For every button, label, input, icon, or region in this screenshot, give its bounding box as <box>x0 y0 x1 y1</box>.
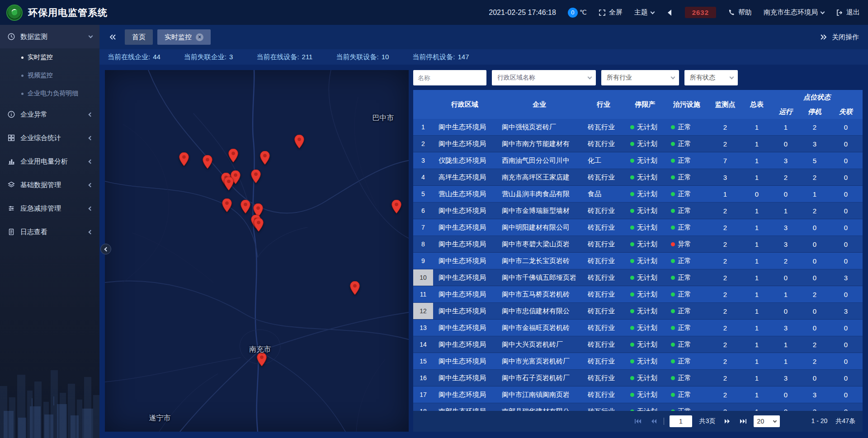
prev-page-button[interactable] <box>648 417 658 425</box>
table-row[interactable]: 17阆中生态环境局阆中市江南镇阆南页岩砖瓦行业无计划正常21030 <box>413 386 863 403</box>
table-row[interactable]: 7阆中生态环境局阆中明阳建材有限公司砖瓦行业无计划正常21300 <box>413 219 863 236</box>
table-row[interactable]: 3仪陇生态环境局西南油气田分公司川中化工无计划正常71350 <box>413 152 863 169</box>
name-filter-input[interactable] <box>413 70 486 85</box>
table-row[interactable]: 2阆中生态环境局阆中市南方节能建材有砖瓦行业无计划正常21030 <box>413 136 863 152</box>
cell-industry: 砖瓦行业 <box>582 203 625 219</box>
page-size-select[interactable]: 20 <box>754 415 780 427</box>
theme-dropdown[interactable]: 主题 <box>634 8 654 17</box>
sidebar-group-6[interactable]: 应急减排管理 <box>0 197 99 220</box>
row-number: 6 <box>413 203 433 219</box>
map-pin-icon[interactable] <box>251 170 261 184</box>
last-page-button[interactable] <box>738 417 748 425</box>
row-number: 4 <box>413 169 433 185</box>
sidebar-item[interactable]: 实时监控 <box>0 48 99 66</box>
map-pin-icon[interactable] <box>228 149 238 163</box>
filter-bar: 行政区域名称 所有行业 所有状态 <box>413 70 863 85</box>
table-row[interactable]: 4高坪生态环境局南充市高坪区王家店建砖瓦行业无计划正常31220 <box>413 169 863 186</box>
cell-meters: 1 <box>742 336 771 353</box>
cell-meters: 1 <box>742 286 771 302</box>
tab-实时监控[interactable]: 实时监控× <box>157 29 211 45</box>
cell-lost: 0 <box>829 370 863 386</box>
table-row[interactable]: 8阆中生态环境局阆中市枣碧大梁山页岩砖瓦行业无计划异常21300 <box>413 236 863 253</box>
chevron-down-icon <box>773 419 776 422</box>
tab-首页[interactable]: 首页 <box>125 29 153 45</box>
sidebar-group-2[interactable]: 企业异常 <box>0 103 99 126</box>
page-number-input[interactable] <box>670 415 692 427</box>
cell-stop: 0 <box>800 253 829 269</box>
next-page-button[interactable] <box>723 417 733 425</box>
map-pin-icon[interactable] <box>224 177 234 191</box>
map-pin-icon[interactable] <box>350 281 360 295</box>
cell-region: 阆中生态环境局 <box>433 286 496 302</box>
cell-run: 0 <box>771 386 800 403</box>
row-number: 16 <box>413 370 433 386</box>
map-panel[interactable]: 巴中市南充市遂宁市 <box>105 70 409 432</box>
cell-limit: 无计划 <box>625 236 665 252</box>
table-row[interactable]: 16阆中生态环境局阆中市石子页岩机砖厂砖瓦行业无计划正常21300 <box>413 370 863 386</box>
cell-industry: 砖瓦行业 <box>582 320 625 336</box>
sidebar-group-3[interactable]: 企业综合统计 <box>0 126 99 150</box>
cell-stop: 3 <box>800 403 829 411</box>
sidebar-group-4[interactable]: 企业用电量分析 <box>0 150 99 173</box>
table-row[interactable]: 6阆中生态环境局阆中市金博瑞新型墙材砖瓦行业无计划正常21120 <box>413 203 863 219</box>
fullscreen-button[interactable]: 全屏 <box>599 8 623 17</box>
cell-company: 阆中市二龙长宝页岩砖 <box>496 253 582 269</box>
announcement-count-badge[interactable]: 2632 <box>685 7 716 18</box>
map-pin-icon[interactable] <box>254 218 264 232</box>
map-pin-icon[interactable] <box>260 151 270 165</box>
table-row[interactable]: 10阆中生态环境局阆中市千佛镇五郎垭页岩砖瓦行业无计划正常21003 <box>413 269 863 286</box>
map-pin-icon[interactable] <box>257 353 267 367</box>
sidebar-group-5[interactable]: 基础数据管理 <box>0 173 99 197</box>
map-pin-icon[interactable] <box>222 198 232 212</box>
logout-button[interactable]: 退出 <box>836 8 860 17</box>
sidebar-item[interactable]: 视频监控 <box>0 66 99 85</box>
map-pin-icon[interactable] <box>392 200 401 214</box>
close-operations-button[interactable]: 关闭操作 <box>820 33 859 42</box>
cell-limit: 无计划 <box>625 219 665 235</box>
table-row[interactable]: 15阆中生态环境局阆中市光富页岩机砖厂砖瓦行业无计划正常21120 <box>413 353 863 370</box>
cell-points: 2 <box>708 370 742 386</box>
cell-run: 2 <box>771 253 800 269</box>
map-canvas[interactable]: 巴中市南充市遂宁市 <box>105 70 409 432</box>
table-row[interactable]: 11阆中生态环境局阆中市五马桥页岩机砖砖瓦行业无计划正常21120 <box>413 286 863 303</box>
table-row[interactable]: 13阆中生态环境局阆中市金福旺页岩机砖砖瓦行业无计划正常21300 <box>413 320 863 336</box>
sidebar-item[interactable]: 企业电力负荷明细 <box>0 85 99 103</box>
industry-filter-select[interactable]: 所有行业 <box>601 70 679 85</box>
first-page-icon <box>634 419 642 424</box>
map-collapse-button[interactable] <box>100 244 111 254</box>
announcement-prev-button[interactable] <box>666 9 673 16</box>
cell-meters: 1 <box>742 353 771 369</box>
table-row[interactable]: 18南部生态环境局南部县瑞华建材有限公砖瓦行业无计划正常21030 <box>413 403 863 411</box>
tabs-scroll-left-button[interactable] <box>106 31 119 43</box>
chevron-left-icon <box>89 206 93 211</box>
pagination-controls: 共3页 20 <box>633 415 780 427</box>
cell-industry: 砖瓦行业 <box>582 286 625 302</box>
map-pin-icon[interactable] <box>203 155 212 169</box>
cell-company: 阆中大兴页岩机砖厂 <box>496 336 582 353</box>
map-pin-icon[interactable] <box>179 152 189 166</box>
table-row[interactable]: 14阆中生态环境局阆中大兴页岩机砖厂砖瓦行业无计划正常21120 <box>413 336 863 353</box>
first-page-button[interactable] <box>633 417 643 425</box>
org-dropdown[interactable]: 南充市生态环境局 <box>764 8 824 17</box>
status-filter-select[interactable]: 所有状态 <box>684 70 738 85</box>
close-icon[interactable]: × <box>196 33 203 41</box>
logout-icon <box>836 9 843 16</box>
table-row[interactable]: 12阆中生态环境局阆中市忠信建材有限公砖瓦行业无计划正常21003 <box>413 303 863 320</box>
col-header-facility: 治污设施 <box>665 90 708 119</box>
map-pin-icon[interactable] <box>294 135 304 149</box>
status-ok-dot <box>671 309 675 313</box>
cell-facility: 正常 <box>665 353 708 369</box>
cell-meters: 1 <box>742 303 771 319</box>
map-pin-icon[interactable] <box>241 200 250 214</box>
help-button[interactable]: 帮助 <box>728 8 752 17</box>
sidebar-group-1[interactable]: 数据监测 <box>0 25 99 48</box>
region-filter-select[interactable]: 行政区域名称 <box>492 70 596 85</box>
status-ok-dot <box>630 209 634 213</box>
table-row[interactable]: 1阆中生态环境局阆中强锐页岩砖厂砖瓦行业无计划正常21120 <box>413 119 863 136</box>
sidebar-item-label: 视频监控 <box>28 71 53 80</box>
table-row[interactable]: 5营山生态环境局营山县润丰肉食品有限食品无计划正常10010 <box>413 186 863 203</box>
table-row[interactable]: 9阆中生态环境局阆中市二龙长宝页岩砖砖瓦行业无计划正常21200 <box>413 253 863 269</box>
sidebar-item-label: 实时监控 <box>28 53 53 61</box>
sidebar-group-7[interactable]: 日志查看 <box>0 220 99 244</box>
cell-run: 3 <box>771 236 800 252</box>
